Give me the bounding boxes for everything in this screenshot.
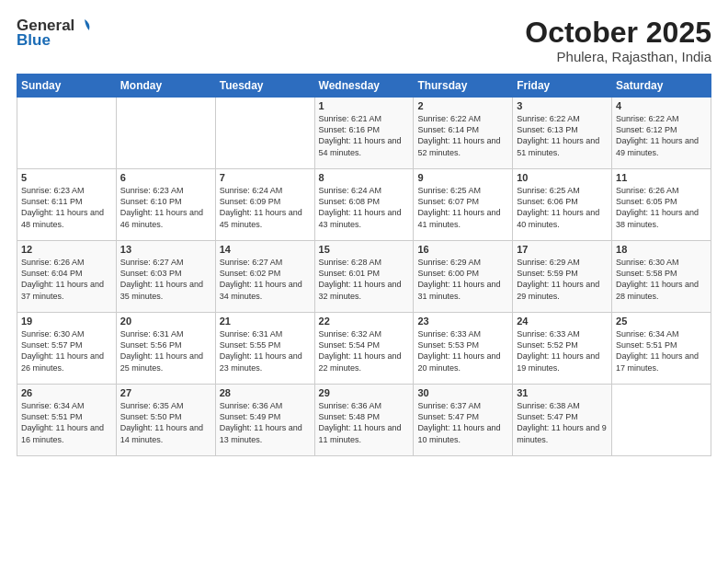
cell-info: Sunrise: 6:22 AMSunset: 6:13 PMDaylight:… (517, 113, 608, 158)
day-number: 5 (21, 172, 112, 183)
location: Phulera, Rajasthan, India (525, 49, 711, 64)
day-number: 16 (417, 244, 508, 255)
cell-info: Sunrise: 6:31 AMSunset: 5:56 PMDaylight:… (120, 328, 211, 373)
col-tuesday: Tuesday (215, 75, 314, 98)
day-number: 13 (120, 244, 211, 255)
cell-w4-d1: 20 Sunrise: 6:31 AMSunset: 5:56 PMDaylig… (116, 313, 215, 385)
day-number: 30 (417, 387, 508, 398)
cell-w3-d2: 14 Sunrise: 6:27 AMSunset: 6:02 PMDaylig… (215, 241, 314, 313)
col-thursday: Thursday (414, 75, 513, 98)
col-wednesday: Wednesday (314, 75, 414, 98)
col-saturday: Saturday (612, 75, 711, 98)
week-row-1: 1 Sunrise: 6:21 AMSunset: 6:16 PMDayligh… (17, 98, 711, 169)
cell-w2-d5: 10 Sunrise: 6:25 AMSunset: 6:06 PMDaylig… (513, 169, 612, 241)
day-number: 31 (517, 387, 608, 398)
cell-w4-d6: 25 Sunrise: 6:34 AMSunset: 5:51 PMDaylig… (612, 313, 711, 385)
cell-info: Sunrise: 6:27 AMSunset: 6:03 PMDaylight:… (120, 257, 211, 302)
cell-w5-d1: 27 Sunrise: 6:35 AMSunset: 5:50 PMDaylig… (116, 385, 215, 456)
calendar-page: General Blue October 2025 Phulera, Rajas… (0, 0, 728, 563)
cell-info: Sunrise: 6:36 AMSunset: 5:49 PMDaylight:… (220, 400, 311, 445)
day-number: 27 (120, 387, 211, 398)
day-number: 17 (517, 244, 608, 255)
cell-w2-d4: 9 Sunrise: 6:25 AMSunset: 6:07 PMDayligh… (414, 169, 513, 241)
cell-info: Sunrise: 6:21 AMSunset: 6:16 PMDaylight:… (319, 113, 410, 158)
cell-info: Sunrise: 6:27 AMSunset: 6:02 PMDaylight:… (220, 257, 311, 302)
cell-w5-d5: 31 Sunrise: 6:38 AMSunset: 5:47 PMDaylig… (513, 385, 612, 456)
day-number: 3 (517, 100, 608, 111)
day-number: 15 (319, 244, 410, 255)
cell-w2-d1: 6 Sunrise: 6:23 AMSunset: 6:10 PMDayligh… (116, 169, 215, 241)
col-friday: Friday (513, 75, 612, 98)
header-row: Sunday Monday Tuesday Wednesday Thursday… (17, 75, 711, 98)
cell-info: Sunrise: 6:34 AMSunset: 5:51 PMDaylight:… (616, 328, 707, 373)
cell-w2-d0: 5 Sunrise: 6:23 AMSunset: 6:11 PMDayligh… (17, 169, 117, 241)
cell-info: Sunrise: 6:25 AMSunset: 6:07 PMDaylight:… (417, 185, 508, 230)
cell-info: Sunrise: 6:24 AMSunset: 6:09 PMDaylight:… (220, 185, 311, 230)
cell-w2-d2: 7 Sunrise: 6:24 AMSunset: 6:09 PMDayligh… (215, 169, 314, 241)
cell-w4-d0: 19 Sunrise: 6:30 AMSunset: 5:57 PMDaylig… (17, 313, 117, 385)
day-number: 2 (417, 100, 508, 111)
cell-info: Sunrise: 6:35 AMSunset: 5:50 PMDaylight:… (120, 400, 211, 445)
cell-info: Sunrise: 6:29 AMSunset: 6:00 PMDaylight:… (417, 257, 508, 302)
day-number: 11 (616, 172, 707, 183)
cell-info: Sunrise: 6:23 AMSunset: 6:10 PMDaylight:… (120, 185, 211, 230)
calendar-table: Sunday Monday Tuesday Wednesday Thursday… (17, 74, 711, 456)
cell-w3-d0: 12 Sunrise: 6:26 AMSunset: 6:04 PMDaylig… (17, 241, 117, 313)
cell-w1-d1 (116, 98, 215, 169)
week-row-4: 19 Sunrise: 6:30 AMSunset: 5:57 PMDaylig… (17, 313, 711, 385)
day-number: 22 (319, 316, 410, 327)
cell-w2-d3: 8 Sunrise: 6:24 AMSunset: 6:08 PMDayligh… (314, 169, 414, 241)
cell-w2-d6: 11 Sunrise: 6:26 AMSunset: 6:05 PMDaylig… (612, 169, 711, 241)
cell-info: Sunrise: 6:33 AMSunset: 5:53 PMDaylight:… (417, 328, 508, 373)
cell-info: Sunrise: 6:36 AMSunset: 5:48 PMDaylight:… (319, 400, 410, 445)
cell-w5-d3: 29 Sunrise: 6:36 AMSunset: 5:48 PMDaylig… (314, 385, 414, 456)
day-number: 23 (417, 316, 508, 327)
cell-w1-d5: 3 Sunrise: 6:22 AMSunset: 6:13 PMDayligh… (513, 98, 612, 169)
cell-info: Sunrise: 6:29 AMSunset: 5:59 PMDaylight:… (517, 257, 608, 302)
cell-info: Sunrise: 6:33 AMSunset: 5:52 PMDaylight:… (517, 328, 608, 373)
cell-info: Sunrise: 6:38 AMSunset: 5:47 PMDaylight:… (517, 400, 608, 445)
day-number: 28 (220, 387, 311, 398)
cell-info: Sunrise: 6:30 AMSunset: 5:57 PMDaylight:… (21, 328, 112, 373)
cell-w5-d6 (612, 385, 711, 456)
cell-w3-d3: 15 Sunrise: 6:28 AMSunset: 6:01 PMDaylig… (314, 241, 414, 313)
day-number: 29 (319, 387, 410, 398)
cell-w4-d5: 24 Sunrise: 6:33 AMSunset: 5:52 PMDaylig… (513, 313, 612, 385)
cell-w5-d2: 28 Sunrise: 6:36 AMSunset: 5:49 PMDaylig… (215, 385, 314, 456)
cell-info: Sunrise: 6:22 AMSunset: 6:14 PMDaylight:… (417, 113, 508, 158)
cell-w4-d4: 23 Sunrise: 6:33 AMSunset: 5:53 PMDaylig… (414, 313, 513, 385)
cell-info: Sunrise: 6:22 AMSunset: 6:12 PMDaylight:… (616, 113, 707, 158)
day-number: 25 (616, 316, 707, 327)
logo-blue: Blue (17, 31, 51, 50)
cell-w5-d4: 30 Sunrise: 6:37 AMSunset: 5:47 PMDaylig… (414, 385, 513, 456)
day-number: 19 (21, 316, 112, 327)
day-number: 14 (220, 244, 311, 255)
col-monday: Monday (116, 75, 215, 98)
cell-info: Sunrise: 6:32 AMSunset: 5:54 PMDaylight:… (319, 328, 410, 373)
col-sunday: Sunday (17, 75, 117, 98)
day-number: 1 (319, 100, 410, 111)
cell-w1-d0 (17, 98, 117, 169)
header: General Blue October 2025 Phulera, Rajas… (17, 17, 711, 64)
week-row-5: 26 Sunrise: 6:34 AMSunset: 5:51 PMDaylig… (17, 385, 711, 456)
cell-w1-d4: 2 Sunrise: 6:22 AMSunset: 6:14 PMDayligh… (414, 98, 513, 169)
day-number: 9 (417, 172, 508, 183)
day-number: 10 (517, 172, 608, 183)
day-number: 18 (616, 244, 707, 255)
cell-info: Sunrise: 6:26 AMSunset: 6:04 PMDaylight:… (21, 257, 112, 302)
cell-w3-d4: 16 Sunrise: 6:29 AMSunset: 6:00 PMDaylig… (414, 241, 513, 313)
cell-info: Sunrise: 6:25 AMSunset: 6:06 PMDaylight:… (517, 185, 608, 230)
cell-w4-d3: 22 Sunrise: 6:32 AMSunset: 5:54 PMDaylig… (314, 313, 414, 385)
day-number: 26 (21, 387, 112, 398)
week-row-2: 5 Sunrise: 6:23 AMSunset: 6:11 PMDayligh… (17, 169, 711, 241)
day-number: 4 (616, 100, 707, 111)
day-number: 8 (319, 172, 410, 183)
logo-swoosh-icon (76, 17, 93, 34)
cell-info: Sunrise: 6:26 AMSunset: 6:05 PMDaylight:… (616, 185, 707, 230)
day-number: 6 (120, 172, 211, 183)
cell-w1-d6: 4 Sunrise: 6:22 AMSunset: 6:12 PMDayligh… (612, 98, 711, 169)
cell-w3-d5: 17 Sunrise: 6:29 AMSunset: 5:59 PMDaylig… (513, 241, 612, 313)
cell-info: Sunrise: 6:37 AMSunset: 5:47 PMDaylight:… (417, 400, 508, 445)
cell-w1-d2 (215, 98, 314, 169)
logo: General Blue (17, 17, 93, 50)
